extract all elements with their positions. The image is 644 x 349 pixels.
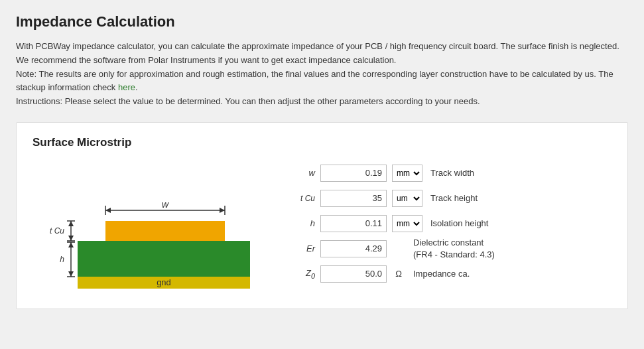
intro-line1: With PCBWay impedance calculator, you ca…	[16, 41, 619, 65]
svg-marker-9	[68, 221, 74, 226]
input-w[interactable]	[320, 165, 387, 182]
svg-text:h: h	[60, 255, 64, 264]
calculator-box: Surface Microstrip w	[16, 122, 628, 309]
param-row-z0: Z0 Ω Impedance ca.	[291, 263, 612, 285]
input-h[interactable]	[320, 215, 387, 232]
input-z0[interactable]	[320, 265, 387, 283]
calc-content: w t Cu h	[32, 163, 612, 295]
param-row-tcu: t Cu mm um mil Track height	[291, 188, 612, 209]
symbol-w: w	[291, 168, 315, 178]
svg-marker-3	[105, 208, 111, 213]
param-row-er: Er Dielectric constant (FR4 - Standard: …	[291, 238, 612, 259]
svg-marker-15	[68, 242, 74, 247]
input-er[interactable]	[320, 240, 387, 257]
param-row-w: w mm um mil Track width	[291, 163, 612, 184]
desc-w: Track width	[430, 168, 474, 178]
params-area: w mm um mil Track width t Cu mm um	[291, 163, 612, 285]
desc-h: Isolation height	[430, 218, 488, 228]
svg-rect-18	[105, 221, 225, 241]
svg-text:w: w	[162, 199, 169, 210]
desc-tcu: Track height	[430, 193, 478, 203]
section-title: Surface Microstrip	[32, 136, 612, 149]
desc-z0: Impedance ca.	[413, 269, 470, 279]
input-tcu[interactable]	[320, 190, 387, 207]
svg-marker-16	[68, 271, 74, 277]
unit-select-tcu[interactable]: mm um mil	[392, 190, 422, 207]
diagram-svg: w t Cu h	[32, 163, 271, 295]
svg-marker-4	[220, 208, 225, 213]
here-link[interactable]: here	[118, 82, 135, 92]
unit-select-w[interactable]: mm um mil	[392, 165, 422, 182]
svg-rect-19	[78, 241, 250, 277]
symbol-z0: Z0	[291, 268, 315, 280]
svg-text:gnd: gnd	[157, 277, 171, 287]
symbol-h: h	[291, 218, 315, 228]
svg-text:t Cu: t Cu	[50, 226, 64, 236]
symbol-tcu: t Cu	[291, 194, 315, 203]
intro-line2: Note: The results are only for approxima…	[16, 69, 613, 93]
page-wrapper: Impedance Calculation With PCBWay impeda…	[0, 0, 644, 349]
z0-unit: Ω	[392, 269, 405, 279]
param-row-h: h mm um mil Isolation height	[291, 213, 612, 234]
diagram-area: w t Cu h	[32, 163, 271, 295]
desc-er: Dielectric constant (FR4 - Standard: 4.3…	[413, 237, 495, 261]
page-title: Impedance Calculation	[16, 13, 628, 31]
intro-text: With PCBWay impedance calculator, you ca…	[16, 40, 628, 109]
unit-select-h[interactable]: mm um mil	[392, 215, 422, 232]
svg-marker-10	[68, 236, 74, 241]
intro-line3: Instructions: Please select the value to…	[16, 96, 480, 106]
symbol-er: Er	[291, 244, 315, 253]
